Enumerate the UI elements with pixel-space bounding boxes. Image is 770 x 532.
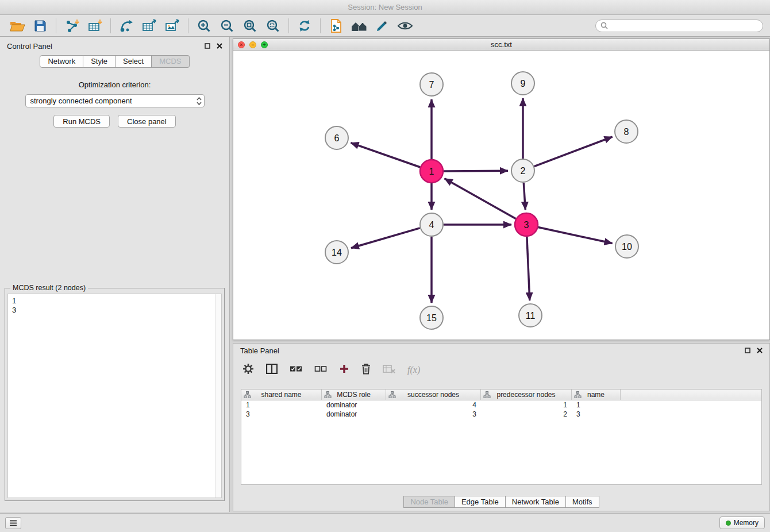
application-window: Session: New Session [0,0,770,532]
memory-status-icon [726,521,731,526]
delete-table-button[interactable] [383,364,395,376]
import-network-button[interactable] [60,17,83,35]
column-header-name[interactable]: name [572,390,621,400]
cell-name: 1 [572,400,621,410]
mcds-result-list[interactable]: 13 [7,294,222,498]
column-header-label: successor nodes [407,391,459,399]
graph-edge-1-2[interactable] [444,171,508,171]
optimization-select[interactable]: strongly connected component [25,94,205,107]
graph-node-7[interactable]: 7 [420,73,443,96]
table-row-3[interactable]: 3dominator323 [241,410,761,419]
table-toolbar: f(x) [233,357,769,383]
graph-edge-3-10[interactable] [538,228,613,244]
tab-network[interactable]: Network [40,55,83,68]
tab-mcds[interactable]: MCDS [152,55,189,68]
import-table-button[interactable] [83,17,106,35]
deselect-all-columns-button[interactable] [314,365,327,375]
graph-node-4[interactable]: 4 [420,213,443,236]
show-columns-button[interactable] [266,364,278,376]
delete-column-button[interactable] [361,363,371,377]
float-table-panel-button[interactable] [745,348,750,353]
node-table: shared nameMCDS rolesuccessor nodesprede… [241,389,762,485]
close-panel-button[interactable]: Close panel [118,115,176,128]
show-hide-button[interactable] [394,17,417,35]
run-mcds-button[interactable]: Run MCDS [53,115,110,128]
column-header-shared-name[interactable]: shared name [241,390,322,400]
apply-layout-button[interactable] [293,17,316,35]
table-panel-title: Table Panel [240,346,279,355]
graph-edge-2-3[interactable] [523,183,525,210]
table-settings-button[interactable] [242,363,254,377]
column-header-successor-nodes[interactable]: successor nodes [386,390,481,400]
graph-node-10[interactable]: 10 [615,235,638,258]
import-network-file-button[interactable] [325,17,348,35]
graph-node-3[interactable]: 3 [515,213,538,236]
sort-column-icon [324,391,332,398]
columns-icon [266,364,278,374]
tab-style[interactable]: Style [83,55,116,68]
search-input[interactable] [611,22,758,30]
graph-node-14[interactable]: 14 [325,241,348,264]
zoom-selected-icon [266,19,280,33]
float-panel-button[interactable] [205,43,210,49]
zoom-selected-button[interactable] [261,17,284,35]
graph-node-2[interactable]: 2 [511,159,534,182]
graph-edge-3-1[interactable] [445,179,516,219]
graph-edge-2-8[interactable] [534,137,613,166]
main-toolbar [0,15,770,37]
maximize-window-button[interactable]: + [261,41,268,48]
add-column-button[interactable] [339,364,349,376]
graph-node-15[interactable]: 15 [420,306,443,329]
column-header-predecessor-nodes[interactable]: predecessor nodes [481,390,572,400]
tab-edge-table[interactable]: Edge Table [455,496,506,508]
graph-edge-3-11[interactable] [527,237,530,300]
close-window-button[interactable]: × [238,41,245,48]
zoom-in-button[interactable] [192,17,215,35]
function-builder-button[interactable]: f(x) [407,365,420,375]
select-all-columns-button[interactable] [290,365,302,375]
close-icon [757,348,763,353]
tab-select[interactable]: Select [116,55,152,68]
export-image-button[interactable] [161,17,184,35]
cell-predecessor-nodes: 1 [481,400,572,410]
minimize-window-button[interactable]: − [249,41,256,48]
graph-node-11[interactable]: 11 [519,304,542,327]
eye-icon [397,21,413,31]
save-icon [34,20,47,32]
table-row-1[interactable]: 1dominator411 [241,400,761,410]
network-canvas[interactable]: 7968124314101511 [233,51,769,340]
mcds-result-node: 1 [12,296,217,306]
close-panel-x-button[interactable] [217,43,222,49]
zoom-out-button[interactable] [215,17,238,35]
column-header-mcds-role[interactable]: MCDS role [322,390,386,400]
tab-node-table[interactable]: Node Table [403,496,455,508]
tab-motifs[interactable]: Motifs [566,496,599,508]
graph-edge-4-14[interactable] [351,228,420,248]
zoom-out-icon [220,19,234,33]
result-scrollbar[interactable] [215,294,221,498]
graph-node-1[interactable]: 1 [420,160,443,183]
toolbar-separator [320,18,321,33]
mcds-result-title: MCDS result (2 nodes) [10,284,88,292]
network-from-selection-button[interactable] [115,17,138,35]
network-window-titlebar[interactable]: scc.txt × − + [233,39,769,51]
memory-button[interactable]: Memory [719,516,765,529]
open-session-button[interactable] [6,17,29,35]
graph-node-9[interactable]: 9 [511,72,534,95]
graph-node-label: 9 [521,79,526,88]
style-button[interactable] [371,17,394,35]
close-table-panel-button[interactable] [757,348,763,353]
panel-menu-button[interactable] [5,517,21,529]
zoom-fit-icon [243,19,257,33]
export-table-button[interactable] [138,17,161,35]
home-button[interactable] [348,17,371,35]
graph-node-8[interactable]: 8 [615,120,638,143]
save-session-button[interactable] [29,17,52,35]
cell-successor-nodes: 3 [386,410,481,419]
graph-edge-1-6[interactable] [351,143,421,167]
zoom-fit-button[interactable] [238,17,261,35]
cell-shared-name: 3 [241,410,322,419]
graph-node-6[interactable]: 6 [325,126,348,149]
memory-button-label: Memory [734,519,759,527]
tab-network-table[interactable]: Network Table [506,496,566,508]
